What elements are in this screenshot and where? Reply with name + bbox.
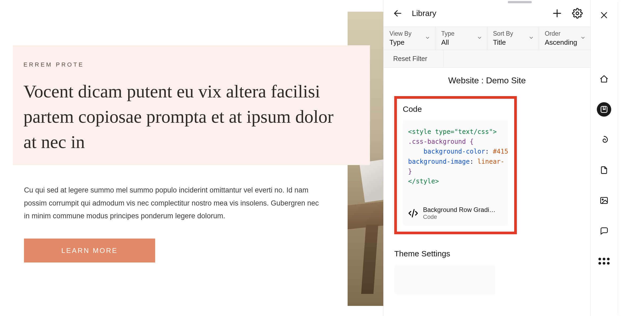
code-prop: background-image <box>408 158 470 165</box>
filter-type[interactable]: Type All <box>435 27 487 50</box>
chevron-down-icon <box>580 35 586 42</box>
settings-button[interactable] <box>571 7 583 19</box>
rail-more-button[interactable] <box>597 254 611 268</box>
back-button[interactable] <box>392 7 404 19</box>
app-root: ERREM PROTE Vocent dicam putent eu vix a… <box>0 0 644 316</box>
plus-icon <box>552 8 562 19</box>
chevron-down-icon <box>529 35 534 42</box>
code-preview: <style type="text/css"> .css-background … <box>403 121 508 202</box>
website-label: Website : Demo Site <box>394 76 580 85</box>
home-icon <box>599 75 609 84</box>
code-brace: { <box>466 138 474 145</box>
code-card-highlight: Code <style type="text/css"> .css-backgr… <box>394 96 517 234</box>
code-line: <style type="text/css"> <box>408 128 497 136</box>
code-line: </style> <box>408 178 439 185</box>
reset-filter-button[interactable]: Reset Filter <box>384 50 444 67</box>
rail-image-button[interactable] <box>597 193 611 208</box>
filter-label: View By <box>389 30 429 37</box>
learn-more-button[interactable]: LEARN MORE <box>24 239 155 262</box>
grid-icon <box>598 258 610 265</box>
code-prop: background-color <box>424 148 485 155</box>
code-brace: } <box>408 168 412 175</box>
code-card-subtitle: Code <box>423 214 496 220</box>
rail-home-button[interactable] <box>597 72 611 86</box>
table-leg <box>361 225 378 294</box>
filter-value: Type <box>389 38 429 47</box>
svg-line-4 <box>412 210 414 217</box>
filter-label: Type <box>441 30 481 37</box>
code-icon <box>408 208 419 219</box>
laptop-silhouette <box>359 159 383 202</box>
filter-value: Ascending <box>545 38 585 47</box>
filter-label: Sort By <box>493 30 533 37</box>
swirl-icon <box>599 135 609 144</box>
svg-rect-8 <box>601 198 607 204</box>
panel-body: Website : Demo Site Code <style type="te… <box>384 68 590 316</box>
filter-label: Order <box>545 30 585 37</box>
close-panel-button[interactable] <box>598 9 610 21</box>
close-icon <box>599 11 609 20</box>
gear-icon <box>572 8 583 19</box>
image-icon <box>599 196 609 205</box>
library-panel: Library View By Type Type All <box>384 0 591 316</box>
arrow-left-icon <box>393 9 402 18</box>
filter-row: View By Type Type All Sort By Title Orde… <box>384 27 590 50</box>
panel-drag-handle[interactable] <box>508 1 532 3</box>
bookmark-square-icon <box>599 105 609 114</box>
file-icon <box>599 166 609 175</box>
code-punc: : <box>470 158 477 165</box>
panel-title: Library <box>412 9 543 18</box>
hero-headline: Vocent dicam putent eu vix altera facili… <box>23 79 351 155</box>
theme-card[interactable] <box>394 265 496 294</box>
rail-link-button[interactable] <box>597 133 611 147</box>
code-val: #415 <box>493 148 508 155</box>
rail-file-button[interactable] <box>597 163 611 177</box>
page-preview: ERREM PROTE Vocent dicam putent eu vix a… <box>0 0 383 316</box>
code-val: linear- <box>477 158 504 165</box>
hero-eyebrow: ERREM PROTE <box>23 61 351 68</box>
theme-section: Theme Settings <box>394 249 580 294</box>
svg-point-3 <box>576 12 579 15</box>
chevron-down-icon <box>477 35 482 42</box>
code-section-title: Code <box>403 105 508 114</box>
rail-chat-button[interactable] <box>597 224 611 238</box>
add-button[interactable] <box>551 7 563 19</box>
library-panel-wrap: Library View By Type Type All <box>383 0 617 316</box>
filter-view-by[interactable]: View By Type <box>384 27 435 50</box>
code-selector: .css-background <box>408 138 466 145</box>
chat-icon <box>599 226 609 235</box>
filter-order[interactable]: Order Ascending <box>539 27 590 50</box>
chevron-down-icon <box>425 35 430 42</box>
svg-point-9 <box>602 199 603 200</box>
code-card-meta: Background Row Gradi… Code <box>403 202 508 226</box>
reset-row: Reset Filter <box>384 50 590 68</box>
filter-sort-by[interactable]: Sort By Title <box>487 27 539 50</box>
side-rail <box>591 0 617 316</box>
hero-card: ERREM PROTE Vocent dicam putent eu vix a… <box>13 45 370 165</box>
filter-value: Title <box>493 38 533 47</box>
panel-header: Library <box>384 0 590 27</box>
code-punc: : <box>485 148 493 155</box>
code-card[interactable]: <style type="text/css"> .css-background … <box>403 121 508 226</box>
filter-value: All <box>441 38 481 47</box>
theme-section-title: Theme Settings <box>394 249 580 258</box>
rail-library-button[interactable] <box>597 102 611 117</box>
hero-body: Cu qui sed at legere summo mel summo pop… <box>24 184 325 223</box>
code-card-title: Background Row Gradi… <box>423 206 496 214</box>
